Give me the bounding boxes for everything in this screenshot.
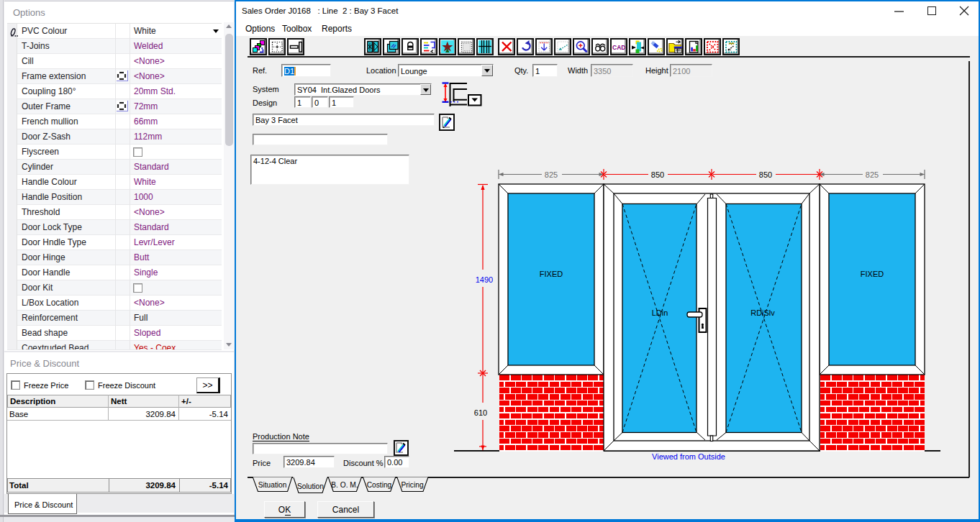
svg-text:825: 825 [545,170,558,179]
svg-text:CAD: CAD [612,44,625,51]
svg-text:Viewed from Outside: Viewed from Outside [652,452,725,461]
svg-text:610: 610 [474,408,487,417]
svg-text:850: 850 [759,170,772,179]
svg-text:B. O. M.: B. O. M. [331,481,358,489]
svg-text:Solution: Solution [297,482,324,490]
svg-text:FIXED: FIXED [540,270,563,278]
svg-text:LDin: LDin [652,308,668,317]
svg-text:RDiSlv: RDiSlv [750,308,775,317]
svg-text:Costing: Costing [367,481,392,489]
svg-text:825: 825 [866,170,879,179]
svg-text:1490: 1490 [476,275,493,284]
svg-text:Situation: Situation [258,481,287,489]
svg-text:850: 850 [651,170,664,179]
svg-text:FIXED: FIXED [861,270,884,278]
svg-text:Pricing: Pricing [401,481,423,489]
